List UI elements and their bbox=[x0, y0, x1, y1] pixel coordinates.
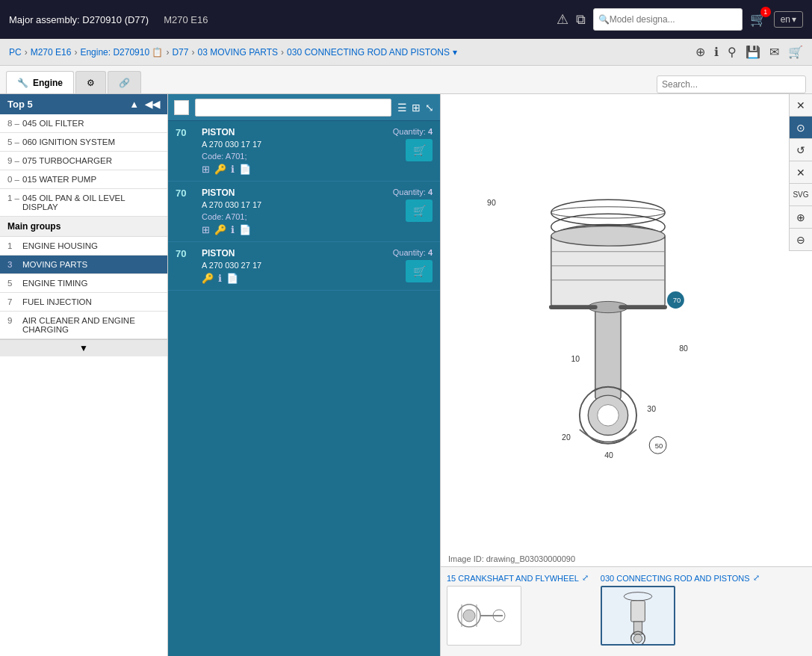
model-search-box[interactable]: 🔍 bbox=[593, 8, 743, 31]
breadcrumb-pc[interactable]: PC bbox=[9, 47, 22, 58]
key-icon-3[interactable]: 🔑 bbox=[202, 273, 214, 284]
tab-link[interactable]: 🔗 bbox=[108, 71, 141, 93]
svg-export-btn[interactable]: SVG bbox=[790, 184, 812, 206]
sidebar-collapse-icon[interactable]: ▲ bbox=[129, 99, 139, 110]
list-view-icon[interactable]: ☰ bbox=[397, 102, 407, 114]
add-to-cart-btn-1[interactable]: 🛒 bbox=[406, 139, 433, 161]
label-40-text: 40 bbox=[604, 451, 613, 459]
sidebar-item-engine-housing[interactable]: 1 ENGINE HOUSING bbox=[0, 237, 167, 256]
qty-label-2: Quantity: 4 bbox=[393, 188, 433, 197]
sidebar-item-oil-pan[interactable]: 1 – 045 OIL PAN & OIL LEVEL DISPLAY bbox=[0, 189, 167, 217]
rotate-tool-btn[interactable]: ↺ bbox=[790, 139, 812, 161]
zoom-in-tool-btn[interactable]: ⊕ bbox=[790, 206, 812, 229]
sidebar-item-turbo[interactable]: 9 – 075 TURBOCHARGER bbox=[0, 152, 167, 170]
grid-view-icon[interactable]: ⊞ bbox=[412, 102, 421, 114]
part-pos-2: 70 bbox=[176, 188, 194, 199]
sidebar-item-num: 3 bbox=[7, 260, 22, 269]
doc-icon[interactable]: 📄 bbox=[239, 164, 251, 175]
sidebar-item-oil-filter[interactable]: 8 – 045 OIL FILTER bbox=[0, 114, 167, 133]
sidebar-item-num: 1 bbox=[7, 241, 22, 250]
svg-rect-25 bbox=[630, 600, 645, 621]
sidebar-main-groups-header: Main groups bbox=[0, 217, 167, 237]
sidebar-item-engine-timing[interactable]: 5 ENGINE TIMING bbox=[0, 274, 167, 293]
tab-engine[interactable]: 🔧 Engine bbox=[6, 71, 74, 93]
pan-tool-btn[interactable]: ⊙ bbox=[790, 117, 812, 139]
sidebar-item-label: 060 IGNITION SYSTEM bbox=[22, 137, 115, 146]
tab-search-box[interactable] bbox=[657, 75, 806, 93]
image-panel: ✕ ⊙ ↺ ✕ SVG ⊕ ⊖ 90 bbox=[441, 94, 812, 656]
cart-icon-breadcrumb[interactable]: 🛒 bbox=[788, 45, 803, 59]
part-item-3[interactable]: 70 PISTON A 270 030 27 17 🔑 ℹ 📄 Quantity… bbox=[168, 242, 440, 291]
alert-icon[interactable]: ⚠ bbox=[557, 11, 568, 28]
doc-icon-2[interactable]: 📄 bbox=[239, 224, 251, 235]
parts-list: ☰ ⊞ ⤡ 70 PISTON A 270 030 17 17 Code: A7… bbox=[168, 94, 441, 656]
add-to-cart-btn-2[interactable]: 🛒 bbox=[406, 199, 433, 222]
info-icon-3[interactable]: ℹ bbox=[218, 273, 222, 284]
key-icon[interactable]: 🔑 bbox=[214, 164, 226, 175]
filter-icon[interactable]: ⚲ bbox=[728, 45, 737, 59]
thumb-section-connecting-rod: 030 CONNECTING ROD AND PISTONS ⤢ bbox=[601, 573, 760, 650]
parts-search-input[interactable] bbox=[195, 99, 391, 117]
sidebar-item-label: FUEL INJECTION bbox=[22, 297, 92, 306]
thumb-img-crankshaft[interactable] bbox=[447, 586, 521, 646]
breadcrumb-current[interactable]: 030 CONNECTING ROD AND PISTONS ▾ bbox=[287, 47, 457, 58]
svg-point-5 bbox=[551, 226, 665, 246]
breadcrumb-d77[interactable]: D77 bbox=[172, 47, 188, 58]
zoom-out-tool-btn[interactable]: ⊖ bbox=[790, 229, 812, 251]
sidebar-top5-label: Top 5 bbox=[7, 99, 33, 110]
zoom-in-icon[interactable]: ⊕ bbox=[695, 45, 705, 59]
cross-tool-btn[interactable]: ✕ bbox=[790, 161, 812, 184]
add-to-cart-btn-3[interactable]: 🛒 bbox=[406, 260, 433, 282]
label-70-text: 70 bbox=[673, 296, 681, 304]
sidebar-item-label: 045 OIL PAN & OIL LEVEL DISPLAY bbox=[22, 194, 160, 211]
cart-badge: 1 bbox=[760, 7, 771, 17]
part-qty-3: Quantity: 4 🛒 bbox=[393, 248, 433, 282]
sidebar-item-label: MOVING PARTS bbox=[22, 260, 87, 269]
breadcrumb-m270[interactable]: M270 E16 bbox=[31, 47, 72, 58]
part-item-2[interactable]: 70 PISTON A 270 030 17 17 Code: A701; ⊞ … bbox=[168, 182, 440, 242]
breadcrumb-tools: ⊕ ℹ ⚲ 💾 ✉ 🛒 bbox=[695, 45, 803, 59]
sidebar-item-air-cleaner[interactable]: 9 AIR CLEANER AND ENGINE CHARGING bbox=[0, 312, 167, 339]
thumb-title-crankshaft[interactable]: 15 CRANKSHAFT AND FLYWHEEL ⤢ bbox=[447, 573, 589, 583]
save-icon[interactable]: 💾 bbox=[746, 45, 760, 59]
breadcrumb-moving-parts[interactable]: 03 MOVING PARTS bbox=[197, 47, 278, 58]
copy-icon[interactable]: ⧉ bbox=[576, 12, 586, 28]
part-code-2: Code: A701; bbox=[202, 212, 385, 221]
thumb-title-connecting-rod[interactable]: 030 CONNECTING ROD AND PISTONS ⤢ bbox=[601, 573, 760, 583]
parts-header-checkbox[interactable] bbox=[174, 100, 189, 115]
qty-label-1: Quantity: 4 bbox=[393, 127, 433, 136]
part-item-1[interactable]: 70 PISTON A 270 030 17 17 Code: A701; ⊞ … bbox=[168, 121, 440, 182]
doc-icon-3[interactable]: 📄 bbox=[226, 273, 238, 284]
key-icon-2[interactable]: 🔑 bbox=[214, 224, 226, 235]
qty-num-2: 4 bbox=[428, 188, 433, 197]
model-search-input[interactable] bbox=[610, 14, 729, 25]
part-pos-1: 70 bbox=[176, 127, 194, 138]
tab-search-input[interactable] bbox=[662, 79, 789, 90]
sidebar-item-fuel-injection[interactable]: 7 FUEL INJECTION bbox=[0, 293, 167, 312]
search-icon-small: 🔍 bbox=[598, 14, 610, 25]
close-panel-btn[interactable]: ✕ bbox=[790, 94, 812, 117]
sidebar-item-ignition[interactable]: 5 – 060 IGNITION SYSTEM bbox=[0, 133, 167, 152]
info-icon-part[interactable]: ℹ bbox=[231, 164, 235, 175]
image-panel-tools: ✕ ⊙ ↺ ✕ SVG ⊕ ⊖ bbox=[789, 94, 812, 251]
sidebar-item-num: 5 bbox=[7, 279, 22, 288]
grid-icon[interactable]: ⊞ bbox=[202, 164, 210, 175]
cart-wrap[interactable]: 🛒 1 bbox=[750, 11, 766, 28]
grid-icon-2[interactable]: ⊞ bbox=[202, 224, 210, 235]
thumb-img-connecting-rod[interactable] bbox=[601, 586, 675, 646]
sidebar-shrink-icon[interactable]: ◀◀ bbox=[145, 99, 160, 110]
sidebar-scroll-down[interactable]: ▼ bbox=[0, 339, 167, 356]
sidebar-item-moving-parts[interactable]: 3 MOVING PARTS bbox=[0, 256, 167, 274]
info-icon[interactable]: ℹ bbox=[714, 45, 719, 59]
parts-list-header: ☰ ⊞ ⤡ bbox=[168, 94, 440, 121]
mail-icon[interactable]: ✉ bbox=[769, 45, 779, 59]
expand-icon[interactable]: ⤡ bbox=[425, 102, 434, 114]
sidebar-item-water-pump[interactable]: 0 – 015 WATER PUMP bbox=[0, 170, 167, 189]
info-icon-2[interactable]: ℹ bbox=[231, 224, 235, 235]
breadcrumb-engine[interactable]: Engine: D270910 📋 bbox=[80, 47, 163, 58]
thumb-section-crankshaft: 15 CRANKSHAFT AND FLYWHEEL ⤢ bbox=[447, 573, 589, 650]
sidebar-item-num: 9 – bbox=[7, 156, 22, 165]
lang-button[interactable]: en ▾ bbox=[774, 11, 803, 28]
tab-settings[interactable]: ⚙ bbox=[75, 71, 106, 93]
sidebar-item-label: 075 TURBOCHARGER bbox=[22, 156, 112, 165]
